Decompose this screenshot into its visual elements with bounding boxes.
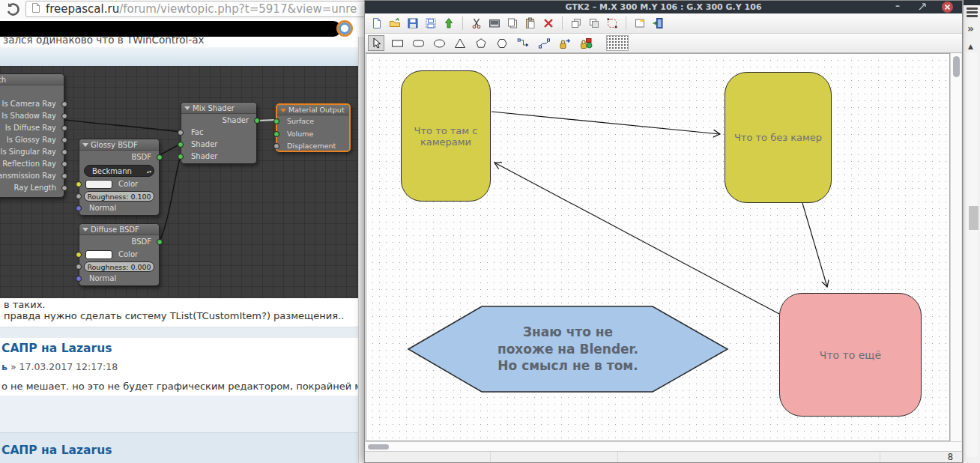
connector-curve-tool-icon[interactable] [536, 35, 552, 51]
node-output-label: Is Reflection Ray [0, 160, 56, 168]
export-icon[interactable] [442, 17, 456, 30]
socket[interactable] [178, 142, 184, 148]
triangle-tool-icon[interactable] [452, 35, 468, 51]
vscrollbar-thumb[interactable] [953, 56, 960, 77]
image-icon[interactable] [488, 17, 501, 30]
node-output-label: Is Transmission Ray [0, 172, 56, 180]
socket[interactable] [76, 252, 82, 258]
socket[interactable] [61, 113, 67, 119]
hscrollbar-thumb[interactable] [368, 444, 389, 450]
node-glossy-bsdf[interactable]: Glossy BSDF BSDF Beckmann Color Roughnes… [79, 139, 160, 216]
save-as-icon[interactable] [424, 17, 438, 30]
save-icon[interactable] [406, 17, 420, 30]
connector-line-tool-icon[interactable] [515, 35, 531, 51]
node-title: Diffuse BSDF [79, 224, 159, 235]
overflow-chevron-icon[interactable]: » [967, 22, 974, 34]
node-output-label: Is Diffuse Ray [5, 124, 56, 132]
socket[interactable] [178, 154, 184, 160]
socket[interactable] [61, 101, 67, 107]
lock-shapes-icon[interactable] [578, 35, 594, 51]
ellipse-tool-icon[interactable] [431, 35, 447, 51]
node-diffuse-bsdf[interactable]: Diffuse BSDF BSDF Color Roughness: 0.000… [79, 223, 160, 286]
node-input-label: Shader [191, 140, 217, 148]
socket[interactable] [76, 181, 82, 187]
socket[interactable] [273, 143, 279, 149]
cut-icon[interactable] [470, 17, 483, 30]
forum-quote-band [0, 47, 364, 66]
node-mix-shader[interactable]: Mix Shader Shader Fac Shader Shader [181, 102, 257, 164]
distribution-dropdown[interactable]: Beckmann [84, 165, 154, 177]
flowchart-hexagon[interactable]: Знаю что не похоже на Blender. Но смысл … [407, 304, 729, 394]
color-swatch[interactable] [85, 250, 112, 259]
bring-to-front-icon[interactable] [569, 17, 583, 30]
author-link[interactable]: ь [1, 361, 7, 372]
socket[interactable] [273, 131, 279, 137]
socket[interactable] [61, 173, 67, 179]
socket[interactable] [61, 185, 67, 191]
scroll-up-icon[interactable]: ▲ [968, 43, 973, 50]
socket[interactable] [273, 118, 279, 124]
hexagon-tool-icon[interactable] [494, 35, 510, 51]
socket[interactable] [76, 276, 82, 282]
scrollbar-thumb[interactable] [969, 206, 979, 230]
new-window-icon[interactable] [633, 17, 647, 30]
restore-button[interactable] [917, 1, 928, 12]
socket[interactable] [76, 205, 82, 211]
delete-icon[interactable] [542, 17, 555, 30]
toolbar-separator [626, 16, 626, 30]
forum-post-line: правда нужно сделать систему TList(TCust… [4, 310, 344, 321]
node-material-output[interactable]: Material Output Surface Volume Displacem… [276, 103, 351, 152]
copy-icon[interactable] [506, 17, 519, 30]
socket[interactable] [157, 239, 163, 245]
menu-icon[interactable] [967, 7, 978, 17]
topic-title-link[interactable]: САПР на Lazarus [1, 444, 112, 457]
diagram-canvas[interactable]: Что то там с камерами Что то без камер З… [366, 53, 950, 441]
socket[interactable] [76, 193, 82, 199]
lock-move-icon[interactable] [557, 35, 573, 51]
open-icon[interactable] [388, 17, 402, 30]
socket[interactable] [61, 149, 67, 155]
browser-window: freepascal.ru/forum/viewtopic.php?t=5917… [0, 0, 364, 463]
socket[interactable] [61, 161, 67, 167]
socket[interactable] [157, 154, 163, 160]
node-output-label: Is Shadow Ray [1, 112, 56, 120]
status-cell [365, 452, 491, 462]
grid-toggle-icon[interactable] [606, 35, 629, 51]
node-text: Что то ещё [820, 349, 881, 361]
send-to-back-icon[interactable] [587, 17, 601, 30]
close-button[interactable] [942, 1, 953, 13]
new-icon[interactable] [370, 17, 384, 30]
color-swatch[interactable] [85, 180, 112, 189]
socket[interactable] [178, 130, 184, 136]
scrollbar-track[interactable] [966, 52, 978, 457]
select-region-icon[interactable] [605, 17, 619, 30]
flowchart-node-cameras[interactable]: Что то там с камерами [401, 70, 491, 202]
minimize-button[interactable]: – [892, 1, 904, 13]
flowchart-node-else[interactable]: Что то ещё [779, 293, 922, 417]
rectangle-tool-icon[interactable] [389, 35, 405, 51]
socket[interactable] [61, 137, 67, 143]
node-text: Что то без камер [730, 132, 827, 143]
exit-icon[interactable] [651, 17, 665, 30]
pointer-tool-icon[interactable] [368, 35, 384, 51]
url-bar[interactable]: freepascal.ru/forum/viewtopic.php?t=5917… [25, 1, 364, 17]
window-titlebar[interactable]: GTK2 – M.X 300 M.Y 106 : G.X 300 G.Y 106… [365, 1, 962, 13]
tools-toolbar [365, 34, 962, 53]
canvas-vscrollbar[interactable] [950, 53, 961, 441]
socket[interactable] [76, 264, 82, 270]
topic-title-link[interactable]: САПР на Lazarus [1, 342, 112, 355]
paste-icon[interactable] [524, 17, 537, 30]
flowchart-node-no-cameras[interactable]: Что то без камер [725, 72, 832, 203]
pentagon-tool-icon[interactable] [473, 35, 489, 51]
gtk-editor-window: GTK2 – M.X 300 M.Y 106 : G.X 300 G.Y 106… [364, 0, 963, 463]
node-light-path[interactable]: Light Path Is Camera Ray Is Shadow Ray I… [0, 73, 64, 198]
browser-scrollbar[interactable] [358, 37, 364, 463]
node-output-label: BSDF [132, 237, 151, 246]
canvas-hscrollbar[interactable] [366, 441, 961, 451]
roughness-slider[interactable]: Roughness: 0.000 [84, 261, 154, 272]
socket[interactable] [254, 118, 260, 124]
roughness-slider[interactable]: Roughness: 0.100 [84, 191, 154, 202]
socket[interactable] [61, 125, 67, 131]
reload-icon[interactable] [4, 1, 21, 18]
rounded-rectangle-tool-icon[interactable] [410, 35, 426, 51]
